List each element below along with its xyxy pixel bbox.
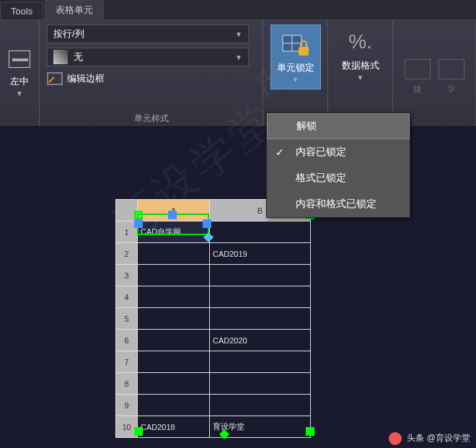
grip-bl[interactable] — [134, 427, 143, 436]
edit-border-label: 编辑边框 — [67, 72, 105, 85]
cell-a[interactable] — [138, 395, 210, 416]
cell-b[interactable] — [210, 286, 311, 308]
table-row[interactable]: 9 — [116, 395, 311, 416]
field-button[interactable]: 字 — [438, 84, 464, 96]
credit: 头条 @育设学堂 — [389, 432, 470, 445]
chevron-down-icon: ▼ — [235, 53, 242, 61]
check-icon: ✓ — [276, 146, 284, 158]
panel-data-format: %. 数据格式 ▼ — [328, 20, 393, 126]
panel-alignment: 左中 ▼ — [0, 20, 40, 126]
cell-b[interactable] — [210, 373, 311, 395]
cell-a[interactable]: CAD2018 — [138, 416, 210, 438]
row-col-dropdown[interactable]: 按行/列 ▼ — [47, 25, 249, 43]
percent-icon: %. — [348, 30, 372, 53]
ribbon-tabs: Tools 表格单元 — [0, 0, 476, 20]
row-header[interactable]: 4 — [116, 286, 138, 308]
cell-lock-label: 单元锁定 — [277, 61, 314, 74]
menu-item-both-locked[interactable]: 内容和格式已锁定 — [267, 191, 410, 217]
grip-top[interactable] — [168, 211, 177, 219]
cell-a[interactable] — [138, 265, 210, 286]
cell-a[interactable] — [138, 373, 210, 395]
menu-item-format-locked[interactable]: 格式已锁定 — [267, 165, 410, 191]
credit-logo-icon — [389, 432, 402, 445]
grip-top-left[interactable] — [134, 211, 143, 219]
cell-a[interactable] — [138, 351, 210, 373]
table-row[interactable]: 8 — [116, 373, 311, 395]
grip-br[interactable] — [306, 427, 314, 436]
cell-b[interactable] — [210, 395, 311, 416]
chevron-down-icon[interactable]: ▼ — [16, 89, 23, 97]
cell-b[interactable] — [210, 308, 311, 330]
table-row[interactable]: 2CAD2019 — [116, 243, 311, 265]
chevron-down-icon: ▼ — [235, 30, 242, 38]
block-button[interactable]: 块 — [405, 84, 431, 96]
row-header[interactable]: 5 — [116, 308, 138, 330]
grip-left[interactable] — [134, 219, 143, 228]
cad-table[interactable]: A B 1CAD自学网2CAD20193456CAD202078910CAD20… — [115, 199, 311, 438]
block-icon — [405, 59, 431, 79]
cell-a[interactable] — [138, 243, 210, 265]
table-row[interactable]: 5 — [116, 308, 311, 330]
table-row[interactable]: 10CAD2018育设学堂 — [116, 416, 311, 438]
panel-lock: 单元锁定 ▼ — [263, 20, 328, 126]
row-header[interactable]: 8 — [116, 373, 138, 395]
cell-b[interactable] — [210, 351, 311, 373]
row-header[interactable]: 6 — [116, 330, 138, 351]
field-icon — [438, 59, 464, 79]
table-row[interactable]: 7 — [116, 351, 311, 373]
chevron-down-icon[interactable]: ▼ — [357, 74, 364, 82]
svg-rect-0 — [48, 73, 62, 84]
table-row[interactable]: 4 — [116, 286, 311, 308]
menu-item-unlock[interactable]: 解锁 — [267, 113, 410, 139]
cell-b[interactable]: CAD2020 — [210, 330, 311, 351]
row-header[interactable]: 9 — [116, 395, 138, 416]
background-label: 无 — [74, 50, 83, 63]
cell-a[interactable] — [138, 308, 210, 330]
table-row[interactable]: 1CAD自学网 — [116, 221, 311, 243]
data-format-button[interactable]: 数据格式 — [342, 59, 379, 72]
none-fill-icon — [53, 50, 68, 64]
edit-border-icon — [47, 72, 63, 85]
table-row[interactable]: 3 — [116, 265, 311, 286]
panel-insert: 块 字 — [393, 20, 476, 126]
cell-b[interactable] — [210, 221, 311, 243]
cell-b[interactable] — [210, 265, 311, 286]
cell-a[interactable] — [138, 286, 210, 308]
tab-tools[interactable]: Tools — [0, 2, 43, 19]
align-icon — [9, 50, 30, 68]
cell-a[interactable] — [138, 330, 210, 351]
tab-table-cell[interactable]: 表格单元 — [45, 0, 104, 19]
chevron-down-icon: ▼ — [292, 76, 299, 84]
edit-border-button[interactable]: 编辑边框 — [47, 72, 255, 85]
cell-lock-button[interactable]: 单元锁定 ▼ — [270, 25, 321, 89]
row-header[interactable]: 7 — [116, 351, 138, 373]
lock-icon — [281, 34, 310, 57]
grip-right[interactable] — [203, 219, 211, 228]
panel-cell-style: 按行/列 ▼ 无 ▼ 编辑边框 单元样式 — [40, 20, 263, 126]
background-dropdown[interactable]: 无 ▼ — [47, 48, 249, 66]
ribbon: 左中 ▼ 按行/列 ▼ 无 ▼ 编辑边框 单元样式 — [0, 20, 476, 127]
table-row[interactable]: 6CAD2020 — [116, 330, 311, 351]
svg-rect-4 — [299, 47, 309, 56]
row-header[interactable]: 3 — [116, 265, 138, 286]
cell-b[interactable]: CAD2019 — [210, 243, 311, 265]
menu-item-content-locked[interactable]: ✓ 内容已锁定 — [267, 139, 410, 165]
cell-a[interactable]: CAD自学网 — [138, 221, 210, 243]
panel-label-style: 单元样式 — [40, 113, 263, 125]
alignment-button[interactable]: 左中 — [10, 75, 29, 88]
row-col-label: 按行/列 — [53, 27, 84, 40]
row-header[interactable]: 2 — [116, 243, 138, 265]
cell-lock-menu: 解锁 ✓ 内容已锁定 格式已锁定 内容和格式已锁定 — [266, 113, 410, 218]
